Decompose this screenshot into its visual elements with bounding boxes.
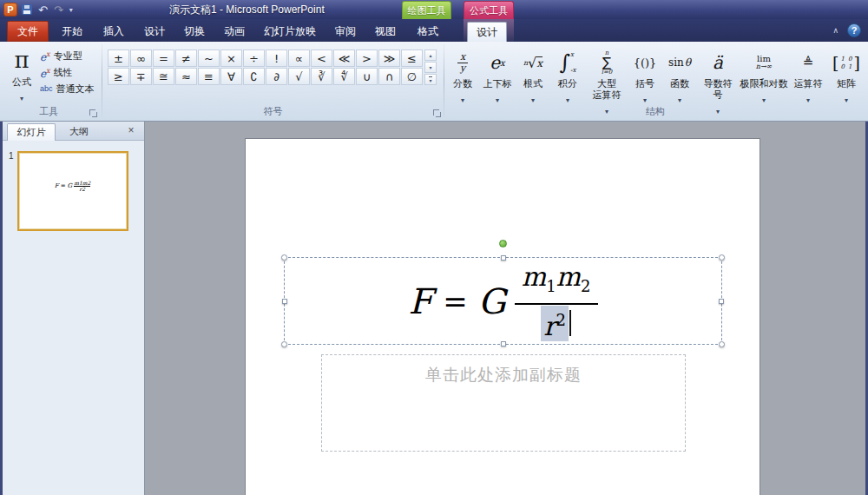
symbol-button[interactable]: ≡ bbox=[198, 68, 220, 85]
integral-icon: ∫x-x bbox=[560, 47, 576, 78]
equation-button[interactable]: π 公式 bbox=[5, 46, 38, 103]
dropdown-icon bbox=[643, 90, 647, 106]
symbol-button[interactable]: ≠ bbox=[175, 50, 197, 67]
symbol-button[interactable]: √ bbox=[288, 68, 310, 85]
powerpoint-app-icon[interactable]: P bbox=[3, 3, 17, 16]
help-button[interactable]: ? bbox=[847, 23, 861, 37]
professional-label: 专业型 bbox=[54, 50, 82, 63]
structure-label: 函数 bbox=[670, 78, 689, 89]
contextual-group-drawing-tools: 绘图工具 bbox=[402, 1, 451, 19]
symbol-button[interactable]: ∂ bbox=[266, 68, 287, 85]
fraction-denominator: r2 bbox=[541, 306, 571, 341]
equation-text[interactable]: F = G m1m2 r2 bbox=[285, 258, 721, 344]
symbol-button[interactable]: = bbox=[153, 50, 174, 67]
dropdown-icon bbox=[678, 90, 681, 106]
symbol-button[interactable]: ≫ bbox=[378, 50, 400, 67]
tab-format[interactable]: 格式 bbox=[408, 22, 448, 42]
function-icon: sinθ bbox=[668, 47, 691, 78]
linear-icon: ex bbox=[40, 66, 50, 79]
customize-qat-dropdown-icon[interactable]: ▾ bbox=[69, 6, 73, 14]
equation-textbox[interactable]: F = G m1m2 r2 bbox=[284, 257, 722, 345]
symbol-button[interactable]: ≪ bbox=[333, 50, 355, 67]
structure-function-button[interactable]: sinθ 函数 bbox=[663, 47, 696, 106]
symbol-button[interactable]: > bbox=[356, 50, 378, 67]
symbol-button[interactable]: × bbox=[220, 50, 242, 67]
save-icon[interactable] bbox=[22, 4, 32, 15]
dropdown-icon bbox=[461, 90, 464, 106]
tab-equation-design[interactable]: 设计 bbox=[467, 22, 507, 42]
tab-review[interactable]: 审阅 bbox=[326, 22, 365, 42]
symbol-button[interactable]: ~ bbox=[198, 50, 220, 67]
tools-group-label: 工具 bbox=[0, 105, 97, 118]
symbol-button[interactable]: ∛ bbox=[311, 68, 332, 85]
symbol-button[interactable]: ∅ bbox=[401, 68, 423, 85]
script-icon: ex bbox=[490, 47, 504, 78]
symbol-button[interactable]: ≈ bbox=[175, 68, 197, 85]
symbol-button[interactable]: ≤ bbox=[401, 50, 423, 67]
tab-home[interactable]: 开始 bbox=[52, 22, 92, 42]
symbol-button[interactable]: ! bbox=[266, 50, 287, 67]
structure-script-button[interactable]: ex 上下标 bbox=[481, 47, 514, 106]
slides-panel: 幻灯片 大纲 × 1 F = G m1m2r2 bbox=[3, 122, 145, 495]
equation-F: F bbox=[408, 281, 432, 321]
quick-access-toolbar: ↶ ↷ ▾ bbox=[22, 4, 73, 16]
slide-canvas[interactable]: F = G m1m2 r2 单击此处添加副标题 bbox=[246, 139, 760, 495]
undo-icon[interactable]: ↶ bbox=[38, 4, 48, 16]
symbol-button[interactable]: ± bbox=[108, 50, 129, 67]
minimize-ribbon-icon[interactable]: ∧ bbox=[832, 26, 838, 35]
symbol-button[interactable]: ∀ bbox=[220, 68, 242, 85]
tab-slides[interactable]: 幻灯片 bbox=[7, 123, 56, 141]
structure-operator-button[interactable]: ≜ 运算符 bbox=[792, 47, 825, 106]
structure-limit-log-button[interactable]: limn→∞ 极限和对数 bbox=[740, 47, 788, 106]
structure-label: 导数符号 bbox=[700, 78, 736, 101]
tools-dialog-launcher-icon[interactable] bbox=[89, 109, 97, 117]
redo-icon[interactable]: ↷ bbox=[54, 4, 63, 16]
symbol-button[interactable]: ∁ bbox=[243, 68, 265, 85]
text-cursor bbox=[569, 310, 571, 336]
tab-transitions[interactable]: 切换 bbox=[175, 22, 214, 42]
symbol-button[interactable]: ∝ bbox=[288, 50, 310, 67]
symbol-button[interactable]: ∞ bbox=[130, 50, 152, 67]
symbol-button[interactable]: ∜ bbox=[333, 68, 355, 85]
symbols-scroll-down-icon[interactable] bbox=[424, 62, 437, 73]
structure-matrix-button[interactable]: [1001] 矩阵 bbox=[828, 47, 865, 106]
dropdown-icon bbox=[496, 90, 499, 106]
normal-text-button[interactable]: abc 普通文本 bbox=[40, 81, 101, 96]
symbols-more-icon[interactable] bbox=[424, 74, 437, 85]
tab-insert[interactable]: 插入 bbox=[94, 22, 134, 42]
tab-view[interactable]: 视图 bbox=[366, 22, 404, 42]
equation-button-label: 公式 bbox=[12, 76, 31, 89]
dropdown-icon bbox=[531, 90, 535, 106]
symbol-button[interactable]: ÷ bbox=[243, 50, 265, 67]
symbol-button[interactable]: ≅ bbox=[153, 68, 174, 85]
structure-integral-button[interactable]: ∫x-x 积分 bbox=[552, 47, 583, 106]
slide-editing-area: F = G m1m2 r2 单击此处添加副标题 bbox=[145, 122, 865, 495]
tab-file[interactable]: 文件 bbox=[7, 21, 49, 42]
symbol-button[interactable]: < bbox=[311, 50, 332, 67]
symbols-scroll-up-icon[interactable] bbox=[424, 50, 437, 61]
structure-label: 括号 bbox=[635, 78, 654, 89]
symbols-dialog-launcher-icon[interactable] bbox=[432, 109, 441, 117]
symbol-button[interactable]: ∓ bbox=[130, 68, 152, 85]
symbol-button[interactable]: ∩ bbox=[378, 68, 400, 85]
structure-fraction-button[interactable]: xy 分数 bbox=[448, 47, 477, 106]
linear-button[interactable]: ex 线性 bbox=[40, 64, 101, 80]
bracket-icon: {()} bbox=[634, 47, 657, 78]
slide-thumbnail[interactable]: F = G m1m2r2 bbox=[17, 151, 128, 231]
subtitle-placeholder[interactable]: 单击此处添加副标题 bbox=[321, 354, 686, 452]
tab-outline[interactable]: 大纲 bbox=[57, 123, 101, 141]
close-panel-icon[interactable]: × bbox=[125, 125, 137, 137]
matrix-icon: [1001] bbox=[832, 47, 860, 78]
tab-design[interactable]: 设计 bbox=[135, 22, 174, 42]
structure-radical-button[interactable]: n√x 根式 bbox=[517, 47, 549, 106]
rotation-handle[interactable] bbox=[499, 240, 507, 248]
ribbon: π 公式 ex 专业型 ex 线性 abc 普通文本 工具 ± ∞ = ≠ ~ … bbox=[0, 42, 868, 122]
tab-animations[interactable]: 动画 bbox=[215, 22, 253, 42]
structure-bracket-button[interactable]: {()} 括号 bbox=[630, 47, 660, 106]
tab-slideshow[interactable]: 幻灯片放映 bbox=[255, 22, 325, 42]
professional-button[interactable]: ex 专业型 bbox=[40, 48, 101, 63]
symbol-button[interactable]: ∪ bbox=[356, 68, 378, 85]
accent-icon: ä bbox=[713, 47, 723, 78]
dropdown-icon bbox=[806, 90, 810, 106]
symbol-button[interactable]: ≥ bbox=[108, 68, 129, 85]
